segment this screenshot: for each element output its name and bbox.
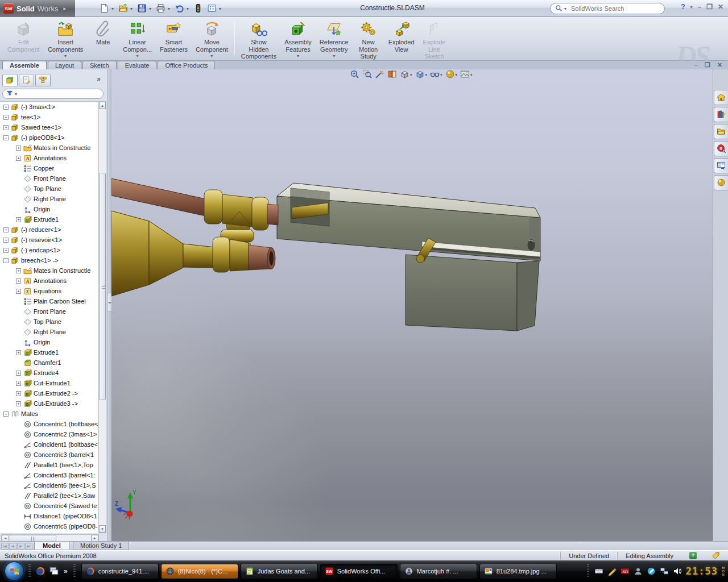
dropdown-caret-icon[interactable]: ▾ — [333, 53, 335, 59]
tree-item[interactable]: +ΣEquations — [0, 286, 99, 296]
tree-item[interactable]: Right Plane — [0, 327, 99, 337]
task-pane-tab-file-explorer[interactable] — [714, 124, 728, 139]
tree-item[interactable]: Top Plane — [0, 184, 99, 194]
command-reference-geometry[interactable]: ReferenceGeometry▾ — [316, 18, 353, 59]
tab-office-products[interactable]: Office Products — [158, 61, 215, 69]
expand-toggle[interactable]: + — [16, 401, 21, 406]
tray-keyboard-icon[interactable] — [594, 567, 603, 576]
dropdown-caret-icon[interactable]: ▾ — [210, 53, 213, 59]
tree-item[interactable]: Plain Carbon Steel — [0, 296, 99, 306]
document-restore-button[interactable]: ❐ — [705, 61, 710, 69]
tree-item[interactable]: +Cut-Extrude3 -> — [0, 398, 99, 409]
tree-item[interactable]: +(-) 3mas<1> — [0, 102, 99, 112]
expand-toggle[interactable]: + — [16, 391, 21, 396]
tree-item[interactable]: Concentric1 (boltbase< — [0, 419, 99, 429]
tree-item[interactable]: +Cut-Extrude1 — [0, 378, 99, 388]
expand-toggle[interactable]: + — [3, 227, 9, 232]
dropdown-caret-icon[interactable]: ▾ — [440, 73, 442, 77]
headsup-magic-wand-button[interactable] — [374, 69, 385, 81]
tab-layout[interactable]: Layout — [48, 61, 81, 69]
tree-item[interactable]: Origin — [0, 337, 99, 347]
tab-model[interactable]: Model — [34, 542, 69, 550]
taskbar-task-firefox[interactable]: constructie_941.... — [81, 564, 159, 579]
open-document-caret-icon[interactable]: ▾ — [130, 6, 133, 11]
tab-scroll-first-button[interactable]: |◀ — [1, 543, 9, 550]
expand-toggle[interactable]: + — [16, 278, 21, 284]
task-pane-tab-design-library[interactable] — [714, 107, 728, 122]
tree-item[interactable]: +Cut-Extrude2 -> — [0, 388, 99, 398]
minimize-button[interactable]: – — [697, 3, 701, 11]
command-show-hidden-components[interactable]: ShowHiddenComponents — [237, 18, 280, 60]
tray-network-icon[interactable] — [660, 567, 669, 576]
graphics-viewport[interactable]: ▾▾▾▾▾ Y Z — [111, 69, 713, 541]
expand-toggle[interactable]: + — [16, 268, 21, 273]
headsup-hide-show-items-button[interactable]: ▾ — [429, 69, 443, 81]
scroll-down-arrow[interactable]: ▼ — [99, 525, 106, 533]
tree-item[interactable]: Distance1 (pipeOD8<1 — [0, 511, 99, 521]
tray-grip[interactable] — [587, 564, 589, 578]
tree-vertical-scrollbar[interactable]: ▲ ▼ — [98, 101, 106, 533]
expand-toggle[interactable]: + — [16, 350, 21, 355]
headsup-view-orientation-button[interactable]: ▾ — [399, 69, 413, 81]
expand-toggle[interactable]: + — [3, 248, 9, 253]
command-linear-component-pattern[interactable]: LinearCompon...▾ — [119, 18, 156, 59]
document-close-button[interactable]: ✕ — [717, 61, 722, 69]
expand-toggle[interactable]: + — [16, 381, 21, 386]
expand-toggle[interactable]: - — [3, 135, 9, 140]
panel-overflow-chevron[interactable]: » — [97, 75, 101, 83]
tree-item[interactable]: +tee<1> — [0, 112, 99, 122]
expand-toggle[interactable]: - — [3, 411, 9, 417]
tree-item[interactable]: Copper — [0, 163, 99, 173]
task-pane-tab-solidworks-resources[interactable] — [714, 90, 728, 105]
save-button[interactable] — [135, 2, 148, 15]
expand-toggle[interactable]: + — [16, 217, 21, 222]
tree-item[interactable]: Concentric3 (barrel<1 — [0, 450, 99, 460]
filter-caret-icon[interactable]: ▾ — [15, 92, 17, 97]
tree-item[interactable]: Chamfer1 — [0, 357, 99, 368]
tree-item[interactable]: +AAnnotations — [0, 276, 99, 286]
quick-tips-icon[interactable]: ? — [689, 552, 697, 559]
help-button[interactable]: ? — [681, 3, 685, 11]
tree-item[interactable]: Origin — [0, 204, 99, 214]
close-button[interactable]: ✕ — [718, 3, 723, 11]
tab-evaluate[interactable]: Evaluate — [118, 61, 157, 69]
tree-item[interactable]: Front Plane — [0, 306, 99, 317]
tab-scroll-last-button[interactable]: ▶| — [25, 543, 32, 550]
tree-item[interactable]: +(-) endcap<1> — [0, 245, 99, 255]
save-caret-icon[interactable]: ▾ — [149, 6, 151, 11]
dropdown-caret-icon[interactable]: ▾ — [136, 53, 139, 59]
tray-messenger-icon[interactable] — [647, 567, 656, 576]
tray-pencil-icon[interactable] — [607, 567, 617, 576]
tree-item[interactable]: Coincident6 (tee<1>,S — [0, 480, 99, 490]
headsup-zoom-fit-button[interactable] — [349, 69, 360, 81]
tree-item[interactable]: +Sawed tee<1> — [0, 122, 99, 132]
scroll-thumb[interactable] — [99, 173, 106, 400]
tags-icon[interactable] — [712, 551, 720, 560]
tree-item[interactable]: +Mates in Constructie — [0, 143, 99, 153]
tree-item[interactable]: Right Plane — [0, 194, 99, 204]
expand-toggle[interactable]: + — [3, 105, 9, 110]
tab-motion-study[interactable]: Motion Study 1 — [73, 542, 129, 550]
expand-toggle[interactable]: + — [3, 115, 9, 120]
taskbar-task-notes[interactable]: Judas Goats and... — [241, 564, 318, 579]
task-pane-tab-view-palette[interactable] — [714, 158, 728, 173]
quick-launch-show-desktop[interactable] — [49, 566, 59, 576]
expand-toggle[interactable]: + — [16, 156, 21, 161]
expand-toggle[interactable]: + — [16, 289, 21, 294]
tree-item[interactable]: +Extrude4 — [0, 368, 99, 378]
tree-item[interactable]: +Extrude1 — [0, 347, 99, 357]
command-new-motion-study[interactable]: NewMotionStudy — [353, 18, 384, 60]
search-box[interactable]: ▾ — [550, 3, 665, 14]
tray-user-icon[interactable] — [634, 567, 643, 576]
headsup-scene-button[interactable]: ▾ — [460, 69, 473, 81]
expand-toggle[interactable]: + — [16, 371, 21, 376]
quick-launch-grip[interactable] — [28, 564, 31, 578]
panel-tab-property-manager[interactable] — [19, 74, 34, 86]
headsup-display-style-button[interactable]: ▾ — [415, 69, 428, 81]
command-insert-components[interactable]: InsertComponents▾ — [44, 18, 87, 59]
expand-toggle[interactable]: - — [3, 258, 9, 263]
new-document-caret-icon[interactable]: ▾ — [111, 6, 114, 11]
command-mate[interactable]: Mate — [87, 18, 119, 46]
headsup-section-view-button[interactable] — [387, 69, 398, 81]
open-document-button[interactable] — [117, 2, 129, 15]
